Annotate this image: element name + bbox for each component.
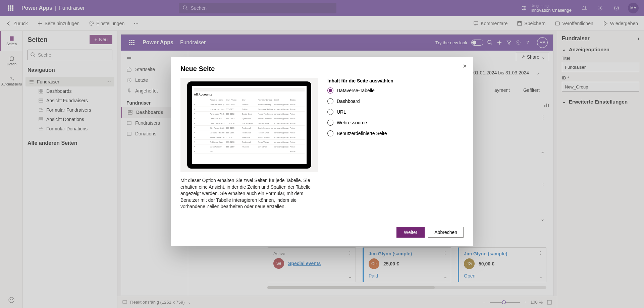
radio-icon: [327, 109, 333, 115]
close-icon[interactable]: ✕: [463, 63, 467, 69]
radio-dashboard[interactable]: Dashboard: [327, 98, 464, 104]
radio-webresource[interactable]: Webressource: [327, 120, 464, 126]
next-button[interactable]: Weiter: [396, 227, 425, 238]
radio-icon: [327, 87, 333, 94]
radio-icon: [327, 130, 333, 136]
modal-description: Mit dieser Option erhalten Sie zwei Seit…: [180, 177, 318, 210]
modal-title: Neue Seite: [180, 65, 464, 73]
radio-group-title: Inhalt für die Seite auswählen: [327, 78, 464, 83]
radio-icon: [327, 120, 333, 126]
radio-url[interactable]: URL: [327, 109, 464, 115]
modal-overlay: ✕ Neue Seite All Accounts ▫Account NameM…: [0, 0, 644, 308]
radio-custom-page[interactable]: Benutzerdefinierte Seite: [327, 130, 464, 136]
radio-icon: [327, 98, 333, 104]
modal-preview: All Accounts ▫Account NameMain PhoneCity…: [180, 78, 318, 172]
radio-dataverse-table[interactable]: Dataverse-Tabelle: [327, 87, 464, 94]
new-page-modal: ✕ Neue Seite All Accounts ▫Account NameM…: [171, 57, 473, 246]
cancel-button[interactable]: Abbrechen: [428, 227, 464, 238]
